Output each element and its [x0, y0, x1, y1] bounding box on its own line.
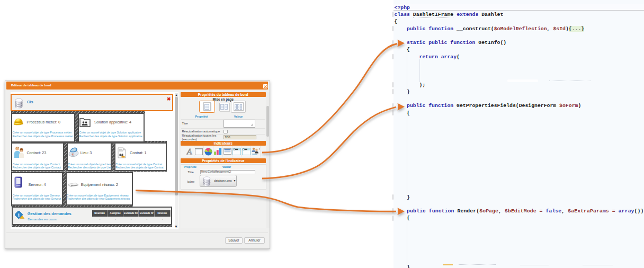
svg-text:4: 4 — [259, 147, 260, 150]
svg-text:A: A — [186, 148, 192, 156]
svg-text:i: i — [18, 212, 20, 218]
